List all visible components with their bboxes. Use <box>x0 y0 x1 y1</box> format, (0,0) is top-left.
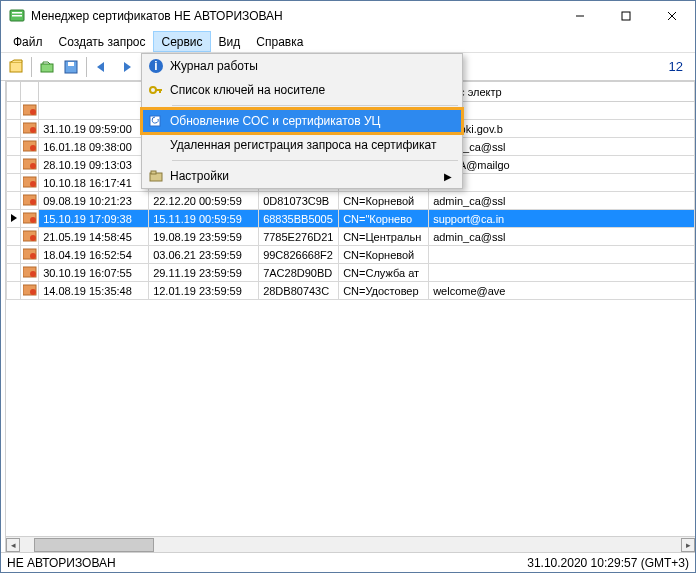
row-cert-icon <box>21 228 39 246</box>
status-right: 31.10.2020 10:29:57 (GMT+3) <box>527 556 689 570</box>
cell-issuer: CN=Корневой <box>339 192 429 210</box>
menu-separator <box>172 160 458 161</box>
scroll-left-button[interactable]: ◂ <box>6 538 20 552</box>
title-bar: Менеджер сертификатов НЕ АВТОРИЗОВАН <box>1 1 695 31</box>
menu-item-update-crl[interactable]: Обновление СОС и сертификатов УЦ <box>142 109 462 133</box>
svg-point-52 <box>150 87 156 93</box>
cell-issuer: CN=Центральн <box>339 228 429 246</box>
grid-header-marker[interactable] <box>7 82 21 102</box>
cell-id: 99C826668F2 <box>259 246 339 264</box>
toolbar-button-next[interactable] <box>115 56 137 78</box>
cell-issuer: CN=Корневой <box>339 246 429 264</box>
cell-to: 22.12.20 00:59:59 <box>149 192 259 210</box>
menu-item-remote-reg[interactable]: Удаленная регистрация запроса на сертифи… <box>142 133 462 157</box>
row-cert-icon <box>21 246 39 264</box>
cell-issuer: CN="Корнево <box>339 210 429 228</box>
menu-create-request[interactable]: Создать запрос <box>51 31 154 52</box>
menu-item-settings[interactable]: Настройки ▶ <box>142 164 462 188</box>
close-button[interactable] <box>649 1 695 31</box>
record-count: 12 <box>669 59 683 74</box>
toolbar-button-save[interactable] <box>60 56 82 78</box>
grid-header-icon[interactable] <box>21 82 39 102</box>
row-marker <box>7 282 21 300</box>
settings-icon <box>142 168 170 184</box>
svg-point-41 <box>30 217 36 223</box>
cell-email: admin_ca@ssl <box>429 228 695 246</box>
cell-id: 28DB80743C <box>259 282 339 300</box>
table-row[interactable]: 15.10.19 17:09:3815.11.19 00:59:5968835B… <box>7 210 695 228</box>
row-cert-icon <box>21 102 39 120</box>
row-marker <box>7 174 21 192</box>
svg-point-43 <box>30 235 36 241</box>
service-menu-dropdown: i Журнал работы Список ключей на носител… <box>141 53 463 189</box>
tree-root-certs[interactable]: ▾Сертификаты <box>3 85 5 103</box>
cell-id: 7AC28D90BD <box>259 264 339 282</box>
cell-from: 28.10.19 09:13:03 <box>39 156 149 174</box>
svg-point-47 <box>30 271 36 277</box>
cell-to: 19.08.19 23:59:59 <box>149 228 259 246</box>
table-row[interactable]: 21.05.19 14:58:4519.08.19 23:59:597785E2… <box>7 228 695 246</box>
svg-text:i: i <box>154 59 157 73</box>
table-row[interactable]: 09.08.19 10:21:2322.12.20 00:59:590D8107… <box>7 192 695 210</box>
cell-email: rca@pki.gov.b <box>429 120 695 138</box>
row-marker <box>7 228 21 246</box>
svg-point-38 <box>30 199 36 205</box>
status-left: НЕ АВТОРИЗОВАН <box>7 556 116 570</box>
svg-point-28 <box>30 109 36 115</box>
submenu-arrow-icon: ▶ <box>444 171 452 182</box>
minimize-button[interactable] <box>557 1 603 31</box>
table-row[interactable]: 14.08.19 15:35:4812.01.19 23:59:5928DB80… <box>7 282 695 300</box>
cell-email <box>429 174 695 192</box>
cell-from: 14.08.19 15:35:48 <box>39 282 149 300</box>
menu-item-log[interactable]: i Журнал работы <box>142 54 462 78</box>
row-marker <box>7 156 21 174</box>
maximize-button[interactable] <box>603 1 649 31</box>
grid-header-from[interactable] <box>39 82 149 102</box>
row-marker <box>7 264 21 282</box>
key-icon <box>142 82 170 98</box>
cell-to: 29.11.19 23:59:59 <box>149 264 259 282</box>
svg-rect-1 <box>12 12 22 14</box>
grid-header-email[interactable]: Адрес электр <box>429 82 695 102</box>
horizontal-scrollbar[interactable]: ◂ ▸ <box>6 536 695 552</box>
row-cert-icon <box>21 138 39 156</box>
cell-email <box>429 102 695 120</box>
cell-email: subCA@mailgo <box>429 156 695 174</box>
menu-help[interactable]: Справка <box>248 31 311 52</box>
toolbar-separator <box>31 57 32 77</box>
toolbar-button-open[interactable] <box>36 56 58 78</box>
svg-point-32 <box>30 145 36 151</box>
cell-from: 15.10.19 17:09:38 <box>39 210 149 228</box>
row-marker <box>7 246 21 264</box>
toolbar-button-prev[interactable] <box>91 56 113 78</box>
menu-service[interactable]: Сервис <box>153 31 210 52</box>
menu-item-keys[interactable]: Список ключей на носителе <box>142 78 462 102</box>
info-icon: i <box>142 58 170 74</box>
tree-requests[interactable]: ▸Запросы на сертификат <box>3 175 5 193</box>
scroll-right-button[interactable]: ▸ <box>681 538 695 552</box>
menu-item-label: Журнал работы <box>170 59 258 73</box>
menu-file[interactable]: Файл <box>5 31 51 52</box>
svg-point-34 <box>30 163 36 169</box>
table-row[interactable]: 18.04.19 16:52:5403.06.21 23:59:5999C826… <box>7 246 695 264</box>
scroll-thumb[interactable] <box>34 538 154 552</box>
svg-rect-7 <box>10 62 22 72</box>
row-cert-icon <box>21 264 39 282</box>
cell-from <box>39 102 149 120</box>
tree-crl[interactable]: ▸СОС <box>3 157 5 175</box>
menu-view[interactable]: Вид <box>211 31 249 52</box>
cell-from: 10.10.18 16:17:41 <box>39 174 149 192</box>
cell-to: 03.06.21 23:59:59 <box>149 246 259 264</box>
cell-email: admin_ca@ssl <box>429 138 695 156</box>
cell-email: support@ca.in <box>429 210 695 228</box>
svg-marker-39 <box>11 214 17 222</box>
menu-item-label: Настройки <box>170 169 229 183</box>
svg-rect-10 <box>68 62 74 66</box>
status-bar: НЕ АВТОРИЗОВАН 31.10.2020 10:29:57 (GMT+… <box>1 552 695 572</box>
table-row[interactable]: 30.10.19 16:07:5529.11.19 23:59:597AC28D… <box>7 264 695 282</box>
cell-issuer: CN=Удостовер <box>339 282 429 300</box>
cell-from: 30.10.19 16:07:55 <box>39 264 149 282</box>
toolbar-button-1[interactable] <box>5 56 27 78</box>
row-cert-icon <box>21 120 39 138</box>
cell-issuer: CN=Служба ат <box>339 264 429 282</box>
